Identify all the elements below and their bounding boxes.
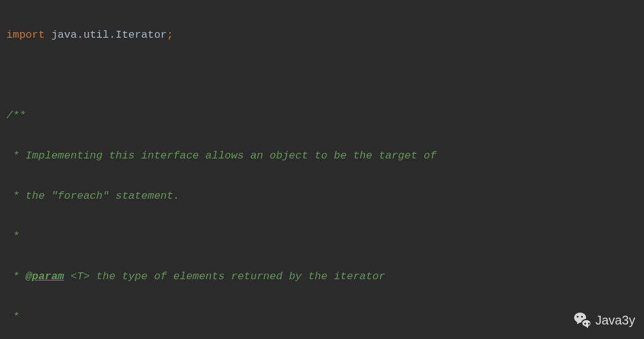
javadoc-text: * the "foreach" statement. [6, 190, 179, 202]
watermark: Java3y [574, 310, 635, 330]
javadoc-param-type: <T> [64, 270, 90, 282]
code-editor[interactable]: import java.util.Iterator; /** * Impleme… [0, 0, 644, 339]
javadoc-text: * Implementing this interface allows an … [6, 150, 437, 162]
code-line: * the "foreach" statement. [6, 186, 644, 206]
javadoc-star: * [6, 270, 19, 282]
import-path: java.util.Iterator [45, 29, 167, 41]
watermark-text: Java3y [596, 310, 635, 330]
javadoc-star: * [6, 230, 19, 242]
code-line: /** [6, 106, 644, 126]
code-line: * @param <T> the type of elements return… [6, 267, 644, 287]
code-line: * [6, 226, 644, 247]
code-line: * [6, 307, 644, 327]
code-line: * Implementing this interface allows an … [6, 146, 644, 166]
javadoc-open: /** [6, 109, 26, 121]
code-line-blank [6, 65, 644, 86]
javadoc-param-text: the type of elements returned by the ite… [90, 270, 385, 282]
keyword-import: import [6, 29, 45, 41]
semicolon: ; [167, 29, 173, 41]
code-line: import java.util.Iterator; [6, 25, 644, 45]
wechat-icon [574, 313, 592, 328]
javadoc-star: * [6, 311, 19, 323]
javadoc-param-tag: @param [26, 270, 64, 282]
